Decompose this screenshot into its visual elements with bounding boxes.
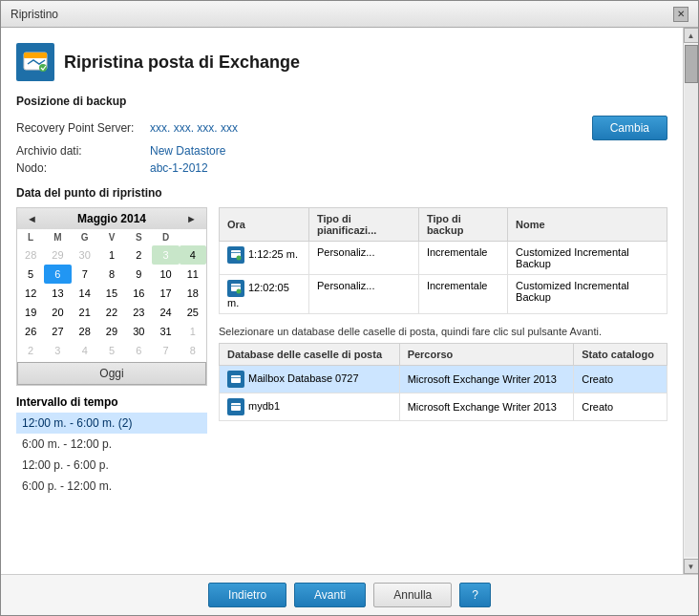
content-area: Ripristina posta di Exchange Posizione d… [1, 28, 698, 574]
calendar-next-button[interactable]: ► [182, 212, 201, 225]
calendar-day[interactable]: 29 [44, 245, 71, 265]
calendar-day[interactable]: 5 [17, 265, 44, 284]
calendar-day[interactable]: 27 [44, 322, 71, 341]
calendar-prev-button[interactable]: ◄ [23, 212, 41, 225]
calendar-day[interactable]: 3 [44, 341, 71, 360]
scroll-track [685, 45, 698, 557]
two-col-layout: ◄ Maggio 2014 ► L M G V [16, 207, 667, 497]
calendar-day[interactable]: 22 [98, 303, 125, 322]
scrollbar: ▲ ▼ [683, 28, 698, 574]
recovery-point-server-value: xxx. xxx. xxx. xxx [150, 121, 592, 135]
calendar-day[interactable]: 8 [98, 265, 125, 284]
archivio-dati-value: New Datastore [150, 144, 667, 158]
calendar-day[interactable]: 6 [44, 265, 71, 284]
calendar-day[interactable]: 12 [17, 284, 44, 303]
backup-table-row[interactable]: 12:02:05 m.Personaliz...IncrementaleCust… [220, 275, 667, 314]
calendar-day[interactable]: 1 [180, 322, 206, 341]
scroll-down-button[interactable]: ▼ [684, 559, 699, 574]
calendar-day[interactable]: 10 [152, 265, 179, 284]
calendar-day[interactable]: 13 [44, 284, 71, 303]
title-bar: Ripristino ✕ [1, 1, 698, 28]
calendar-day[interactable]: 6 [125, 341, 152, 360]
time-section: Intervallo di tempo 12:00 m. - 6:00 m. (… [16, 395, 207, 497]
right-section: Ora Tipo di pianificazi... Tipo di backu… [219, 207, 667, 497]
db-database-cell: mydb1 [220, 393, 400, 421]
page-title: Ripristina posta di Exchange [64, 53, 300, 73]
calendar-day[interactable]: 2 [17, 341, 44, 360]
backup-tipo-backup-cell: Incrementale [418, 275, 507, 314]
calendar: ◄ Maggio 2014 ► L M G V [16, 207, 207, 386]
calendar-day[interactable]: 4 [180, 245, 206, 265]
calendar-day[interactable]: 4 [72, 341, 98, 360]
db-table-row[interactable]: Mailbox Database 0727Microsoft Exchange … [220, 366, 667, 393]
svg-point-8 [237, 289, 242, 294]
db-stato-cell: Creato [574, 366, 667, 393]
calendar-day[interactable]: 24 [152, 303, 179, 322]
cal-day-header-l: L [17, 229, 44, 245]
calendar-day[interactable]: 30 [125, 322, 152, 341]
calendar-day[interactable]: 14 [72, 284, 98, 303]
nodo-label: Nodo: [16, 161, 150, 175]
calendar-day[interactable]: 8 [180, 341, 206, 360]
time-item[interactable]: 6:00 m. - 12:00 p. [16, 434, 207, 455]
main-panel: Ripristina posta di Exchange Posizione d… [1, 28, 683, 574]
page-icon [16, 43, 54, 81]
db-table-row[interactable]: mydb1Microsoft Exchange Writer 2013Creat… [220, 393, 667, 421]
calendar-day[interactable]: 31 [152, 322, 179, 341]
scroll-up-button[interactable]: ▲ [684, 28, 699, 43]
time-item[interactable]: 12:00 m. - 6:00 m. (2) [16, 413, 207, 434]
svg-point-5 [237, 256, 242, 261]
calendar-day[interactable]: 28 [17, 245, 44, 265]
calendar-day[interactable]: 23 [125, 303, 152, 322]
calendar-day[interactable]: 2 [125, 245, 152, 265]
backup-row-icon [227, 246, 244, 264]
col-nome: Nome [508, 208, 667, 242]
backup-position-label: Posizione di backup [16, 95, 667, 108]
calendar-day[interactable]: 16 [125, 284, 152, 303]
backup-ora-cell: 12:02:05 m. [220, 275, 309, 314]
backup-table-row[interactable]: 1:12:25 m.Personaliz...IncrementaleCusto… [220, 242, 667, 275]
time-item[interactable]: 12:00 p. - 6:00 p. [16, 455, 207, 476]
nodo-value: abc-1-2012 [150, 161, 667, 175]
svg-rect-1 [24, 53, 47, 58]
help-button[interactable]: ? [459, 583, 491, 607]
cal-day-header-v: V [98, 229, 125, 245]
calendar-month-year: Maggio 2014 [41, 212, 182, 225]
calendar-day[interactable]: 9 [125, 265, 152, 284]
backup-position-section: Posizione di backup Recovery Point Serve… [16, 95, 667, 175]
calendar-day[interactable]: 30 [72, 245, 98, 265]
time-item[interactable]: 6:00 p. - 12:00 m. [16, 476, 207, 497]
calendar-day[interactable]: 5 [98, 341, 125, 360]
calendar-day[interactable]: 28 [72, 322, 98, 341]
avanti-button[interactable]: Avanti [294, 583, 366, 607]
cambia-button[interactable]: Cambia [592, 116, 667, 140]
calendar-day[interactable]: 19 [17, 303, 44, 322]
calendar-day[interactable]: 11 [180, 265, 206, 284]
calendar-day[interactable]: 18 [180, 284, 206, 303]
scroll-thumb[interactable] [685, 45, 698, 83]
oggi-button[interactable]: Oggi [17, 362, 206, 385]
cal-day-header-s: S [125, 229, 152, 245]
close-button[interactable]: ✕ [673, 7, 688, 22]
cal-day-header-m1: M [44, 229, 71, 245]
calendar-day[interactable]: 26 [17, 322, 44, 341]
db-table: Database delle caselle di posta Percorso… [219, 343, 667, 421]
db-percorso-cell: Microsoft Exchange Writer 2013 [399, 366, 574, 393]
col-tipo-pianificazione: Tipo di pianificazi... [308, 208, 418, 242]
calendar-day[interactable]: 20 [44, 303, 71, 322]
calendar-day[interactable]: 1 [98, 245, 125, 265]
calendar-day[interactable]: 15 [98, 284, 125, 303]
calendar-day[interactable]: 29 [98, 322, 125, 341]
indietro-button[interactable]: Indietro [208, 583, 286, 607]
db-row-icon [227, 398, 244, 415]
calendar-day[interactable]: 25 [180, 303, 206, 322]
annulla-button[interactable]: Annulla [373, 583, 452, 607]
recovery-point-server-label: Recovery Point Server: [16, 121, 150, 135]
calendar-day[interactable]: 7 [72, 265, 98, 284]
calendar-day[interactable]: 21 [72, 303, 98, 322]
calendar-day[interactable]: 17 [152, 284, 179, 303]
calendar-day[interactable]: 3 [152, 245, 179, 265]
page-header: Ripristina posta di Exchange [16, 43, 667, 81]
svg-rect-11 [231, 403, 241, 411]
calendar-day[interactable]: 7 [152, 341, 179, 360]
